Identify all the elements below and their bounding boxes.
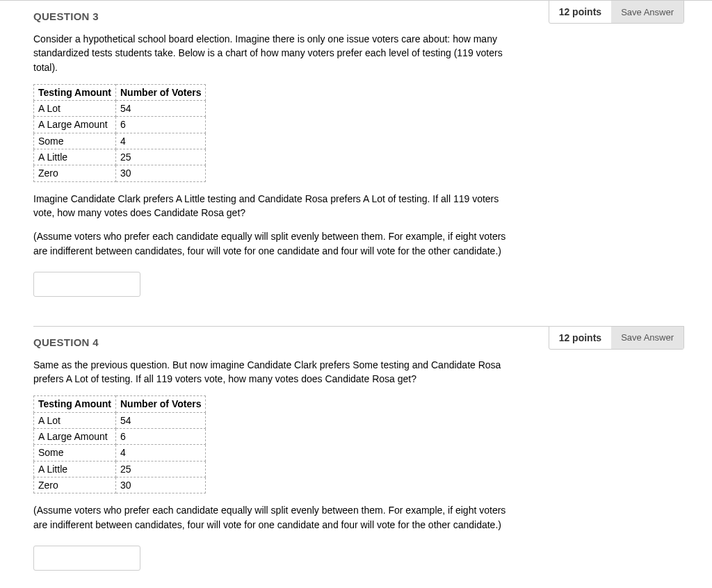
table-row: Zero 30 xyxy=(34,477,206,493)
table-row: A Little 25 xyxy=(34,149,206,165)
question-meta: 12 points Save Answer xyxy=(549,0,684,24)
table-row: Some 4 xyxy=(34,133,206,149)
table-row: A Lot 54 xyxy=(34,412,206,428)
table-header: Testing Amount xyxy=(34,84,116,100)
table-row: A Little 25 xyxy=(34,461,206,477)
question-text: (Assume voters who prefer each candidate… xyxy=(33,503,520,532)
table-row: Some 4 xyxy=(34,445,206,461)
points-label: 12 points xyxy=(549,1,611,23)
table-cell: 54 xyxy=(116,101,206,117)
table-row: A Lot 54 xyxy=(34,101,206,117)
question-body: Consider a hypothetical school board ele… xyxy=(33,32,520,297)
answer-input[interactable] xyxy=(33,272,140,297)
table-cell: A Large Amount xyxy=(34,117,116,133)
points-label: 12 points xyxy=(549,327,611,349)
question-body: Same as the previous question. But now i… xyxy=(33,358,520,571)
question-text: (Assume voters who prefer each candidate… xyxy=(33,229,520,258)
table-cell: 30 xyxy=(116,477,206,493)
table-row: Zero 30 xyxy=(34,165,206,181)
table-cell: A Lot xyxy=(34,412,116,428)
table-cell: 6 xyxy=(116,117,206,133)
save-answer-button[interactable]: Save Answer xyxy=(611,1,683,23)
table-cell: Zero xyxy=(34,165,116,181)
table-cell: 25 xyxy=(116,149,206,165)
table-cell: A Little xyxy=(34,461,116,477)
answer-input[interactable] xyxy=(33,546,140,571)
table-header-row: Testing Amount Number of Voters xyxy=(34,84,206,100)
table-cell: Some xyxy=(34,133,116,149)
question-block-4: 12 points Save Answer QUESTION 4 Same as… xyxy=(0,327,712,588)
save-answer-button[interactable]: Save Answer xyxy=(611,327,683,349)
table-cell: 4 xyxy=(116,445,206,461)
question-text: Imagine Candidate Clark prefers A Little… xyxy=(33,192,520,220)
table-cell: A Large Amount xyxy=(34,429,116,445)
table-cell: 4 xyxy=(116,133,206,149)
table-header-row: Testing Amount Number of Voters xyxy=(34,396,206,412)
table-header: Number of Voters xyxy=(116,84,206,100)
table-cell: A Little xyxy=(34,149,116,165)
question-block-3: 12 points Save Answer QUESTION 3 Conside… xyxy=(0,0,712,318)
table-header: Testing Amount xyxy=(34,396,116,412)
table-cell: 25 xyxy=(116,461,206,477)
voter-table: Testing Amount Number of Voters A Lot 54… xyxy=(33,84,206,182)
table-row: A Large Amount 6 xyxy=(34,117,206,133)
table-cell: 54 xyxy=(116,412,206,428)
table-header: Number of Voters xyxy=(116,396,206,412)
table-row: A Large Amount 6 xyxy=(34,429,206,445)
question-meta: 12 points Save Answer xyxy=(549,326,684,350)
table-cell: A Lot xyxy=(34,101,116,117)
table-cell: Zero xyxy=(34,477,116,493)
table-cell: 6 xyxy=(116,429,206,445)
question-text: Consider a hypothetical school board ele… xyxy=(33,32,520,74)
question-text: Same as the previous question. But now i… xyxy=(33,358,520,386)
table-cell: Some xyxy=(34,445,116,461)
voter-table: Testing Amount Number of Voters A Lot 54… xyxy=(33,395,206,493)
table-cell: 30 xyxy=(116,165,206,181)
